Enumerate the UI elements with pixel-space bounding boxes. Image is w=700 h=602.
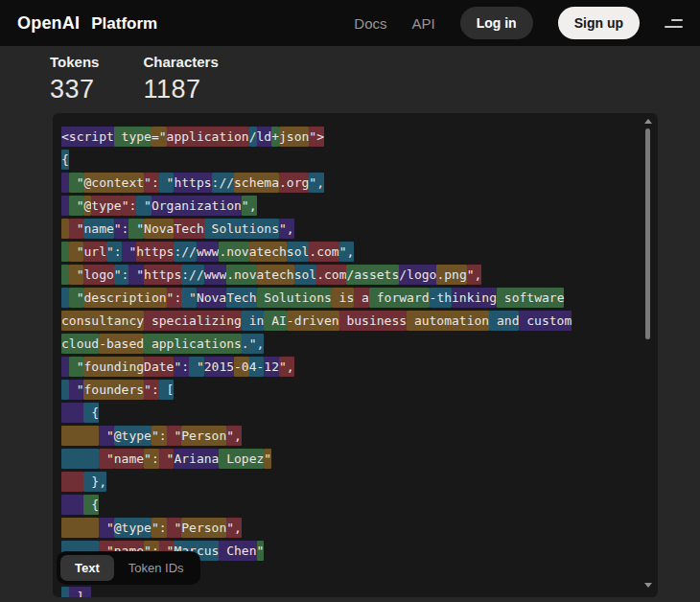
nav-link-docs[interactable]: Docs [354,15,386,32]
token: / [249,127,257,147]
token [61,403,83,423]
token: 2015 [204,357,234,377]
token: " [122,242,137,262]
token: ": [122,196,137,216]
token [61,472,83,492]
token: ", [279,219,294,239]
code-line: "@type": "Person", [61,425,637,448]
scrollbar[interactable] [643,115,653,595]
tokens-label: Tokens [50,54,99,70]
token: Ariana [174,449,219,469]
token: ", [226,518,242,538]
signup-button[interactable]: Sign up [558,7,640,39]
token: ": [174,357,189,377]
logo[interactable]: OpenAI Platform [17,13,157,34]
nav-link-api[interactable]: API [411,15,434,32]
token: Person [181,518,226,538]
code-line: "name": "NovaTech Solutions", [61,218,637,241]
token: is [332,288,354,308]
token: software [497,288,564,308]
code-line: "founders": [ [61,379,637,402]
token: { [83,495,99,515]
top-nav-links: Docs API Log in Sign up [354,7,683,39]
token: :// [212,173,234,193]
token: " [257,541,265,561]
token: Date [144,357,174,377]
characters-stat: Characters 1187 [143,54,218,104]
token: Lopez [219,449,264,469]
token: specializing [144,311,242,331]
token: ", [226,426,242,446]
token: }, [83,472,105,492]
token [61,495,83,515]
token: Person [181,426,226,446]
token: ", [242,196,257,216]
token: sol [294,265,316,285]
token: .", [242,334,264,354]
view-toggle: Text Token IDs [57,551,200,585]
code-line: "@type": "Organization", [61,195,637,218]
token: " [189,357,204,377]
toggle-text-button[interactable]: Text [60,555,114,581]
token: " [181,288,197,308]
token: ": [144,173,159,193]
tokenizer-output-panel[interactable]: <script type="application/ld+json">{ "@c… [53,113,658,597]
token: founders [83,380,144,400]
tokens-stat: Tokens 337 [50,54,99,104]
token: <script [61,127,114,147]
token: AI [264,311,286,331]
token: json [279,127,309,147]
token: Nova [144,219,174,239]
token: .com [316,265,346,285]
token: ": [114,219,129,239]
token: Tech [174,219,203,239]
token: forward [369,288,430,308]
token: Solutions [257,288,332,308]
code-line: "name": "Ariana Lopez" [61,448,637,471]
token: description [83,288,166,308]
token: https [174,173,211,193]
token: type [114,127,152,147]
code-line: "@type": "Person", [61,517,637,540]
scroll-down-arrow-icon[interactable] [644,583,652,588]
token: " [136,196,152,216]
token: :// [181,265,203,285]
token: consultancy [61,311,144,331]
token: " [99,426,114,446]
code-line: { [61,494,637,517]
code-lines: <script type="application/ld+json">{ "@c… [53,113,658,597]
token: " [69,380,84,400]
token: sol [287,242,309,262]
token: =" [152,127,167,147]
token: " [167,426,182,446]
token: https [136,242,174,262]
code-line: <script type="application/ld+json"> [61,126,637,149]
token: https [144,265,181,285]
token: " [159,449,175,469]
tokens-value: 337 [50,75,99,104]
token: ": [167,288,182,308]
token: type [91,196,121,216]
token [61,242,69,262]
token: ": [114,265,129,285]
scrollbar-thumb[interactable] [645,128,650,339]
code-line: "description": "NovaTech Solutions is a … [61,287,637,310]
token: Nova [197,288,226,308]
token: ": [152,518,167,538]
token: in [242,311,264,331]
token: atech [257,265,294,285]
token: application [167,127,249,147]
token: :// [174,242,196,262]
token: " [167,518,182,538]
token: ], [69,587,91,597]
token: " [159,173,175,193]
hamburger-menu-icon[interactable] [665,15,683,32]
token: name [83,219,113,239]
token: ": [106,242,122,262]
scroll-up-arrow-icon[interactable] [644,119,652,124]
token: @context [83,173,144,193]
token: -0 [234,357,249,377]
toggle-token-ids-button[interactable]: Token IDs [116,555,197,581]
characters-value: 1187 [143,75,218,104]
login-button[interactable]: Log in [460,7,533,39]
